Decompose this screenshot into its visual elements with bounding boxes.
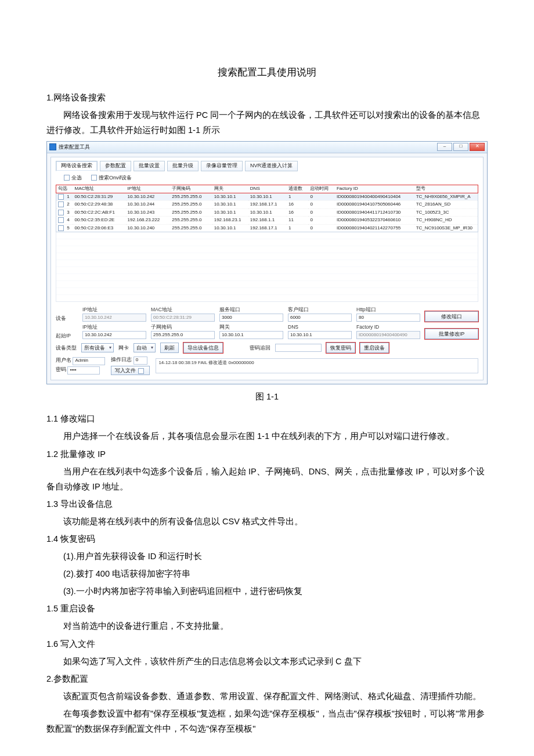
- pwd-recover-label: 密码追回: [250, 345, 270, 351]
- section-2-text2: 在每项参数设置中都有"保存至模板"复选框，如果勾选"保存至模板"，当点击"保存模…: [46, 706, 488, 736]
- username-input[interactable]: Admin: [73, 357, 105, 365]
- section-1-6-heading: 1.6 写入文件: [46, 636, 488, 651]
- col-ip[interactable]: IP地址: [126, 185, 171, 193]
- window-title: 搜索配置工具: [59, 144, 437, 151]
- search-onvif-label: 搜索Onvif设备: [99, 175, 132, 181]
- oplog-label: 操作日志: [111, 357, 132, 362]
- app-icon: [49, 143, 56, 150]
- password-label: 密码: [56, 366, 66, 372]
- app-window: 搜索配置工具 – □ ✕ 网络设备搜索 参数配置 批量设置 批量升级 录像容量管…: [46, 141, 488, 384]
- table-row[interactable]: 200:50:C2:29:48:3810.30.10.244255.255.25…: [56, 201, 478, 209]
- username-label: 用户名: [56, 357, 71, 363]
- nic-label: 网卡: [118, 345, 129, 351]
- log-output: 14-12-18 00:38:19 FAIL 修改通道 0x00000000: [156, 358, 478, 373]
- col-dns[interactable]: DNS: [248, 185, 287, 193]
- refresh-button[interactable]: 刷新: [160, 343, 179, 353]
- tab-batch-set[interactable]: 批量设置: [134, 161, 165, 171]
- dns-input[interactable]: 10.30.10.1: [288, 331, 352, 339]
- section-1-2-text: 当用户在在线列表中勾选多个设备后，输入起始 IP、子网掩码、DNS、网关，点击批…: [46, 464, 488, 494]
- factoryid-field: ID00008019400400490: [356, 331, 420, 339]
- col-factoryid[interactable]: Factory ID: [335, 185, 414, 193]
- window-maximize-button[interactable]: □: [453, 143, 468, 151]
- mask-input[interactable]: 255.255.255.0: [151, 331, 215, 339]
- table-blank-area: [56, 232, 478, 302]
- device-table: 勾选 MAC地址 IP地址 子网掩码 网关 DNS 通道数 启动时间 Facto…: [56, 185, 478, 232]
- mask-label: 子网掩码: [151, 324, 215, 330]
- tab-param-config[interactable]: 参数配置: [100, 161, 131, 171]
- col-model[interactable]: 型号: [414, 185, 478, 193]
- write-file-button[interactable]: 写入文件: [111, 366, 150, 375]
- section-1-3-text: 该功能是将在线列表中的所有设备信息以 CSV 格式文件导出。: [46, 514, 488, 529]
- search-onvif-check[interactable]: 搜索Onvif设备: [91, 175, 132, 182]
- pwd-recover-input[interactable]: [275, 344, 322, 352]
- http-port-input[interactable]: 80: [356, 314, 420, 322]
- col-gateway[interactable]: 网关: [212, 185, 248, 193]
- dns-label: DNS: [288, 324, 352, 330]
- client-port-input[interactable]: 6000: [288, 314, 352, 322]
- write-file-label: 写入文件: [115, 368, 136, 373]
- section-1-4-heading: 1.4 恢复密码: [46, 531, 488, 546]
- col-mac[interactable]: MAC地址: [73, 185, 125, 193]
- col-starttime[interactable]: 启动时间: [308, 185, 335, 193]
- main-tabs: 网络设备搜索 参数配置 批量设置 批量升级 录像容量管理 NVR通道接入计算: [56, 161, 478, 171]
- client-port-label: 客户端口: [288, 307, 352, 313]
- device-ip-field: 10.30.10.242: [82, 314, 146, 322]
- section-1-6-text: 如果勾选了写入文件，该软件所产生的日志信息将会以文本形式记录到 C 盘下: [46, 654, 488, 669]
- window-minimize-button[interactable]: –: [437, 143, 452, 151]
- modify-port-button[interactable]: 修改端口: [425, 311, 478, 322]
- tab-batch-upgrade[interactable]: 批量升级: [167, 161, 199, 171]
- section-1-4-step2: (2).拨打 400 电话获得加密字符串: [46, 566, 488, 581]
- table-row[interactable]: 500:50:C2:28:06:E310.30.10.240255.255.25…: [56, 224, 478, 232]
- section-1-heading: 1.网络设备搜索: [46, 90, 488, 105]
- window-close-button[interactable]: ✕: [470, 143, 485, 151]
- section-1-2-heading: 1.2 批量修改 IP: [46, 447, 488, 462]
- startip-ip-label: IP地址: [82, 324, 146, 330]
- section-1-4-step3: (3).一小时内将加密字符串输入到密码追回框中，进行密码恢复: [46, 584, 488, 599]
- col-check[interactable]: 勾选: [56, 185, 73, 193]
- recover-password-button[interactable]: 恢复密码: [326, 343, 355, 353]
- tab-record-capacity[interactable]: 录像容量管理: [201, 161, 243, 171]
- section-1-3-heading: 1.3 导出设备信息: [46, 496, 488, 512]
- gateway-input[interactable]: 10.30.10.1: [219, 331, 283, 339]
- oplog-count: 0: [134, 357, 147, 365]
- table-row[interactable]: 100:50:C2:28:31:2910.30.10.242255.255.25…: [56, 193, 478, 201]
- table-row[interactable]: 400:50:C2:35:ED:2E192.168.23.222255.255.…: [56, 217, 478, 225]
- table-row[interactable]: 300:50:C2:2C:AB:F110.30.10.243255.255.25…: [56, 208, 478, 217]
- device-mac-field: 00:50:C2:28:31:29: [151, 314, 215, 322]
- titlebar: 搜索配置工具 – □ ✕: [47, 142, 487, 153]
- section-2-heading: 2.参数配置: [46, 671, 488, 686]
- section-1-1-text: 用户选择一个在线设备后，其各项信息会显示在图 1-1 中在线列表的下方，用户可以…: [46, 429, 488, 444]
- export-devices-button[interactable]: 导出设备信息: [183, 343, 223, 353]
- factoryid-label: Factory ID: [356, 324, 420, 330]
- device-type-label: 设备类型: [56, 345, 77, 351]
- section-2-text1: 该配置页包含前端设备参数、通道参数、常用设置、保存配置文件、网络测试、格式化磁盘…: [46, 689, 488, 704]
- select-all-check[interactable]: 全选: [64, 175, 82, 182]
- http-port-label: Http端口: [356, 307, 420, 313]
- select-all-label: 全选: [71, 175, 82, 181]
- section-1-1-heading: 1.1 修改端口: [46, 411, 488, 426]
- figure-caption: 图 1-1: [46, 389, 488, 404]
- section-1-5-heading: 1.5 重启设备: [46, 601, 488, 616]
- section-1-5-text: 对当前选中的设备进行重启，不支持批量。: [46, 618, 488, 633]
- row-device-label: 设备: [56, 315, 78, 322]
- password-input[interactable]: ••••: [67, 366, 100, 375]
- start-ip-input[interactable]: 10.30.10.242: [82, 331, 146, 339]
- col-channels[interactable]: 通道数: [287, 185, 308, 193]
- device-type-select[interactable]: 所有设备: [81, 343, 114, 352]
- tab-network-search[interactable]: 网络设备搜索: [56, 161, 98, 171]
- nic-select[interactable]: 自动: [134, 343, 156, 352]
- service-port-label: 服务端口: [219, 307, 283, 313]
- ip-label: IP地址: [82, 307, 146, 313]
- doc-title: 搜索配置工具使用说明: [46, 64, 488, 82]
- row-startip-label: 起始IP: [56, 333, 78, 339]
- reboot-device-button[interactable]: 重启设备: [360, 343, 389, 353]
- tab-nvr-calc[interactable]: NVR通道接入计算: [245, 161, 298, 171]
- gateway-label: 网关: [219, 324, 283, 330]
- section-1-text: 网络设备搜索用于发现与软件运行 PC 同一个子网内的在线设备，工具软件还可以对搜…: [46, 107, 488, 138]
- mac-label: MAC地址: [151, 307, 215, 313]
- section-1-4-step1: (1).用户首先获得设备 ID 和运行时长: [46, 549, 488, 564]
- col-mask[interactable]: 子网掩码: [170, 185, 212, 193]
- service-port-input[interactable]: 3000: [219, 314, 283, 322]
- batch-modify-ip-button[interactable]: 批量修改IP: [425, 329, 478, 339]
